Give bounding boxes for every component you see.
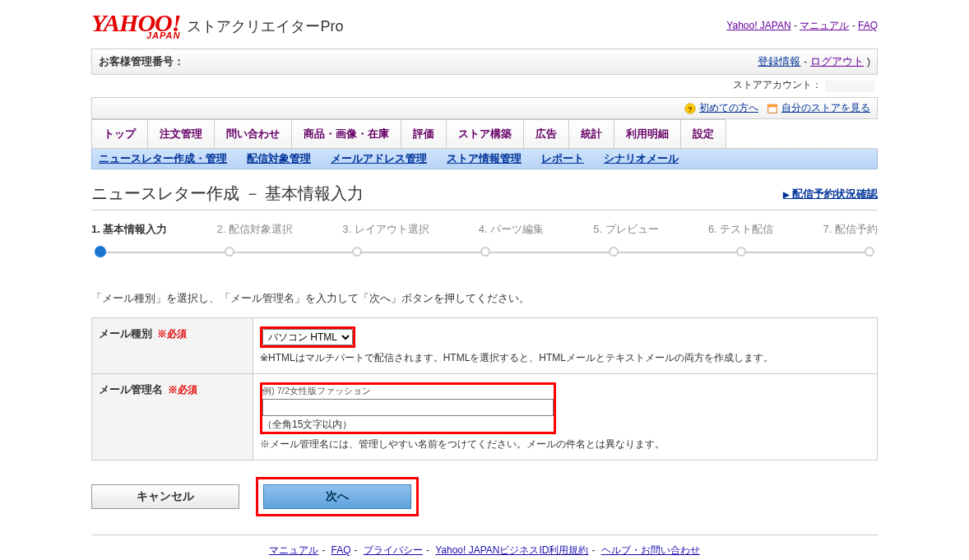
top-links: Yahoo! JAPAN - マニュアル - FAQ <box>726 19 878 33</box>
step-dot-6 <box>736 247 746 257</box>
footer-terms[interactable]: Yahoo! JAPANビジネスID利用規約 <box>435 544 588 556</box>
step-dot-1 <box>95 246 106 257</box>
subnav-targets[interactable]: 配信対象管理 <box>247 151 311 166</box>
link-yahoo-japan[interactable]: Yahoo! JAPAN <box>726 20 790 31</box>
tab-top[interactable]: トップ <box>91 119 148 148</box>
hint-mail-type: ※HTMLはマルチパートで配信されます。HTMLを選択すると、HTMLメールとテ… <box>260 351 870 365</box>
tab-usage[interactable]: 利用明細 <box>614 119 681 148</box>
subnav-mail-addr[interactable]: メールアドレス管理 <box>331 151 427 166</box>
footer-faq[interactable]: FAQ <box>332 544 351 556</box>
footer: マニュアル- FAQ- プライバシー- Yahoo! JAPANビジネスID利用… <box>91 544 878 560</box>
tab-store-build[interactable]: ストア構築 <box>446 119 524 148</box>
svg-rect-3 <box>767 104 777 107</box>
subnav-newsletter[interactable]: ニュースレター作成・管理 <box>99 151 227 166</box>
tab-stats[interactable]: 統計 <box>568 119 614 148</box>
step-dot-3 <box>352 247 362 257</box>
footer-manual[interactable]: マニュアル <box>269 544 318 556</box>
label-mail-type: メール種別※必須 <box>92 318 253 374</box>
page-title: ニュースレター作成 － 基本情報入力 <box>91 183 364 205</box>
input-mgmt-name[interactable] <box>262 399 554 416</box>
cancel-button[interactable]: キャンセル <box>91 484 239 509</box>
highlight-mail-type: パソコン HTML <box>260 326 355 348</box>
step-dot-4 <box>480 247 490 257</box>
step-7: 7. 配信予約 <box>823 222 877 237</box>
customer-bar: お客様管理番号： 登録情報 - ログアウト ) <box>91 49 878 75</box>
link-delivery-status[interactable]: 配信予約状況確認 <box>783 187 878 201</box>
logo[interactable]: YAHOO! JAPAN <box>91 12 180 40</box>
link-logout[interactable]: ログアウト <box>810 55 864 67</box>
step-dot-2 <box>225 247 234 257</box>
step-dot-5 <box>609 247 619 257</box>
help-icon: ? <box>684 103 696 114</box>
step-2: 2. 配信対象選択 <box>217 222 293 237</box>
tab-reviews[interactable]: 評価 <box>401 119 447 148</box>
store-icon <box>767 103 778 114</box>
link-manual[interactable]: マニュアル <box>800 20 849 31</box>
main-tabs: トップ 注文管理 問い合わせ 商品・画像・在庫 評価 ストア構築 広告 統計 利… <box>91 119 878 149</box>
page-title-row: ニュースレター作成 － 基本情報入力 配信予約状況確認 <box>91 169 878 211</box>
example-text: 例) 7/2女性版ファッション <box>262 385 554 397</box>
svg-text:?: ? <box>688 104 692 113</box>
subnav-report[interactable]: レポート <box>541 151 584 166</box>
limit-text: （全角15文字以内） <box>262 418 554 432</box>
next-button[interactable]: 次へ <box>263 484 411 509</box>
highlight-next: 次へ <box>256 477 419 516</box>
step-4: 4. パーツ編集 <box>479 222 544 237</box>
footer-privacy[interactable]: プライバシー <box>364 544 423 556</box>
link-registration[interactable]: 登録情報 <box>758 55 800 67</box>
subnav-scenario[interactable]: シナリオメール <box>604 151 679 166</box>
header: YAHOO! JAPAN ストアクリエイターPro Yahoo! JAPAN -… <box>91 8 878 49</box>
store-account-row: ストアアカウント： <box>91 76 878 97</box>
button-row: キャンセル 次へ <box>91 477 878 516</box>
store-account-label: ストアアカウント： <box>733 79 822 90</box>
instruction-text: 「メール種別」を選択し、「メール管理名」を入力して「次へ」ボタンを押してください… <box>91 291 878 306</box>
step-1: 1. 基本情報入力 <box>91 222 167 237</box>
store-account-value <box>825 81 874 92</box>
wizard-steps: 1. 基本情報入力 2. 配信対象選択 3. レイアウト選択 4. パーツ編集 … <box>91 215 878 271</box>
product-name: ストアクリエイターPro <box>187 16 343 36</box>
link-first-time[interactable]: 初めての方へ <box>699 101 758 115</box>
step-6: 6. テスト配信 <box>708 222 773 237</box>
step-5: 5. プレビュー <box>593 222 658 237</box>
tab-settings[interactable]: 設定 <box>680 119 726 148</box>
customer-number-label: お客様管理番号： <box>99 54 184 69</box>
step-dot-7 <box>865 247 874 257</box>
tab-orders[interactable]: 注文管理 <box>147 119 215 148</box>
svg-rect-2 <box>768 106 777 113</box>
subnav-store-info[interactable]: ストア情報管理 <box>447 151 522 166</box>
sub-nav: ニュースレター作成・管理 配信対象管理 メールアドレス管理 ストア情報管理 レポ… <box>91 149 878 169</box>
label-mgmt-name: メール管理名※必須 <box>92 374 253 460</box>
footer-separator <box>91 535 878 535</box>
hint-mgmt-name: ※メール管理名には、管理しやすい名前をつけてください。メールの件名とは異なります… <box>260 437 870 451</box>
footer-help[interactable]: ヘルプ・お問い合わせ <box>601 544 700 556</box>
link-faq[interactable]: FAQ <box>858 20 878 31</box>
highlight-mgmt-name: 例) 7/2女性版ファッション （全角15文字以内） <box>260 382 556 434</box>
tab-ads[interactable]: 広告 <box>523 119 569 148</box>
form-table: メール種別※必須 パソコン HTML ※HTMLはマルチパートで配信されます。H… <box>91 317 878 460</box>
select-mail-type[interactable]: パソコン HTML <box>262 329 353 345</box>
step-3: 3. レイアウト選択 <box>342 222 429 237</box>
tab-inquiry[interactable]: 問い合わせ <box>214 119 292 148</box>
link-view-store[interactable]: 自分のストアを見る <box>781 101 870 115</box>
tab-products[interactable]: 商品・画像・在庫 <box>291 119 401 148</box>
toolbar: ? 初めての方へ 自分のストアを見る <box>91 97 878 119</box>
